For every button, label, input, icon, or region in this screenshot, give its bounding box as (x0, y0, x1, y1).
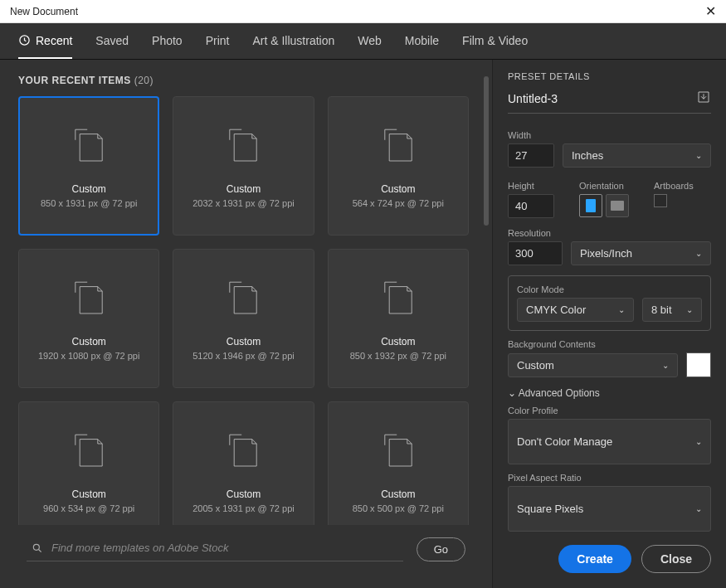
color-profile-label: Color Profile (508, 406, 711, 415)
background-swatch[interactable] (686, 352, 711, 377)
chevron-down-icon: ⌄ (695, 504, 702, 513)
preset-card[interactable]: Custom 564 x 724 px @ 72 ppi (328, 96, 469, 236)
tab-label: Print (206, 34, 230, 47)
color-mode-select[interactable]: CMYK Color⌄ (517, 298, 634, 322)
width-input[interactable]: 27 (508, 143, 554, 168)
tab-recent[interactable]: Recent (18, 24, 72, 59)
preset-dimensions: 850 x 1931 px @ 72 ppi (41, 198, 137, 208)
tab-label: Film & Video (462, 34, 528, 47)
close-button[interactable]: Close (641, 545, 711, 573)
recent-header-label: YOUR RECENT ITEMS (18, 75, 131, 86)
preset-name: Custom (192, 488, 294, 500)
search-icon (32, 542, 43, 554)
preset-name: Custom (43, 488, 134, 500)
preset-dimensions: 5120 x 1946 px @ 72 ppi (192, 351, 294, 361)
document-icon (221, 124, 266, 172)
bit-depth-select[interactable]: 8 bit⌄ (642, 298, 702, 322)
tab-label: Saved (95, 34, 129, 47)
pixel-aspect-select[interactable]: Square Pixels⌄ (508, 486, 711, 532)
preset-details-panel: PRESET DETAILS Untitled-3 Width 27 Inche… (492, 60, 726, 588)
width-label: Width (508, 130, 711, 140)
unit-select[interactable]: Inches⌄ (563, 143, 711, 168)
close-icon[interactable]: ✕ (705, 3, 716, 19)
preset-card[interactable]: Custom 850 x 500 px @ 72 ppi (328, 401, 469, 525)
tab-label: Art & Illustration (252, 34, 334, 47)
document-icon (376, 124, 421, 172)
search-input[interactable]: Find more templates on Adobe Stock (27, 537, 403, 561)
resolution-unit-select[interactable]: Pixels/Inch⌄ (571, 241, 711, 265)
svg-point-3 (589, 202, 592, 205)
preset-card[interactable]: Custom 960 x 534 px @ 72 ppi (18, 401, 159, 525)
preset-details-title: PRESET DETAILS (508, 71, 711, 81)
window-title: New Document (10, 6, 78, 17)
chevron-down-icon: ⌄ (695, 249, 702, 258)
recent-panel: YOUR RECENT ITEMS (20) Custom 850 x 1931… (0, 60, 492, 588)
artboards-label: Artboards (654, 181, 694, 191)
tab-label: Photo (152, 34, 183, 47)
resolution-input[interactable]: 300 (508, 241, 563, 265)
save-preset-icon[interactable] (696, 90, 711, 108)
tab-print[interactable]: Print (206, 24, 230, 59)
resolution-label: Resolution (508, 228, 711, 238)
background-label: Background Contents (508, 339, 711, 349)
chevron-down-icon: ⌄ (695, 437, 702, 446)
preset-name: Custom (353, 183, 444, 195)
background-select[interactable]: Custom⌄ (508, 353, 678, 377)
tab-label: Mobile (405, 34, 439, 47)
height-input[interactable]: 40 (508, 194, 554, 218)
color-profile-select[interactable]: Don't Color Manage⌄ (508, 419, 711, 464)
preset-card[interactable]: Custom 2032 x 1931 px @ 72 ppi (173, 96, 314, 236)
color-mode-group: Color Mode CMYK Color⌄ 8 bit⌄ (508, 275, 711, 331)
tab-photo[interactable]: Photo (152, 24, 183, 59)
search-placeholder: Find more templates on Adobe Stock (51, 542, 228, 554)
preset-name: Custom (41, 183, 137, 195)
preset-dimensions: 1920 x 1080 px @ 72 ppi (38, 351, 139, 361)
clock-icon (18, 34, 31, 46)
preset-card[interactable]: Custom 5120 x 1946 px @ 72 ppi (173, 249, 314, 388)
document-icon (376, 429, 421, 477)
create-button[interactable]: Create (558, 545, 631, 573)
preset-name: Custom (350, 336, 446, 347)
svg-rect-4 (587, 206, 594, 211)
scrollbar[interactable] (484, 76, 489, 267)
chevron-down-icon: ⌄ (662, 361, 669, 370)
pixel-aspect-label: Pixel Aspect Ratio (508, 473, 711, 483)
preset-card[interactable]: Custom 850 x 1931 px @ 72 ppi (18, 96, 159, 236)
height-label: Height (508, 181, 554, 191)
preset-name: Custom (353, 488, 444, 500)
tab-label: Recent (36, 34, 72, 47)
go-button[interactable]: Go (417, 537, 465, 561)
preset-dimensions: 2032 x 1931 px @ 72 ppi (192, 198, 294, 208)
tab-web[interactable]: Web (358, 24, 382, 59)
preset-card[interactable]: Custom 1920 x 1080 px @ 72 ppi (18, 249, 159, 388)
svg-point-1 (33, 544, 39, 550)
recent-count: (20) (134, 75, 153, 86)
orientation-label: Orientation (579, 181, 629, 191)
orientation-landscape-button[interactable] (606, 194, 629, 217)
preset-card[interactable]: Custom 850 x 1932 px @ 72 ppi (328, 249, 469, 388)
document-icon (376, 276, 421, 324)
preset-dimensions: 850 x 500 px @ 72 ppi (353, 503, 444, 513)
document-name-input[interactable]: Untitled-3 (508, 92, 558, 105)
artboards-checkbox[interactable] (654, 194, 667, 207)
document-icon (66, 429, 111, 477)
tab-mobile[interactable]: Mobile (405, 24, 439, 59)
title-bar: New Document ✕ (0, 0, 726, 23)
tab-art[interactable]: Art & Illustration (252, 24, 334, 59)
tab-label: Web (358, 34, 382, 47)
preset-dimensions: 960 x 534 px @ 72 ppi (43, 503, 134, 513)
category-tabs: Recent Saved Photo Print Art & Illustrat… (0, 23, 726, 60)
tab-saved[interactable]: Saved (95, 24, 129, 59)
document-icon (66, 276, 111, 324)
preset-name: Custom (192, 336, 294, 347)
tab-film[interactable]: Film & Video (462, 24, 528, 59)
svg-point-6 (613, 202, 616, 206)
chevron-down-icon: ⌄ (695, 151, 702, 160)
preset-name: Custom (192, 183, 294, 195)
preset-dimensions: 2005 x 1931 px @ 72 ppi (192, 503, 294, 513)
orientation-portrait-button[interactable] (579, 194, 602, 217)
document-icon (221, 276, 266, 324)
advanced-options-toggle[interactable]: Advanced Options (508, 387, 711, 399)
preset-card[interactable]: Custom 2005 x 1931 px @ 72 ppi (173, 401, 314, 525)
preset-grid: Custom 850 x 1931 px @ 72 ppi Custom 203… (18, 96, 474, 525)
